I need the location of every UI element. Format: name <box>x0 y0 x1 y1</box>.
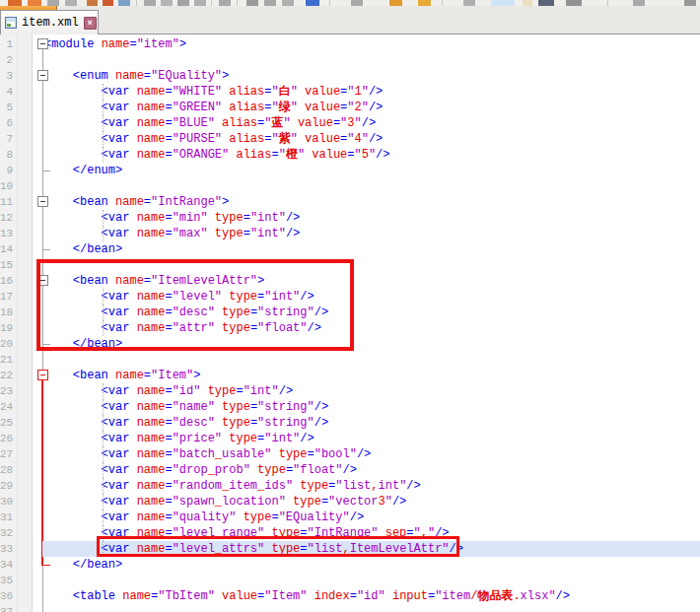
code-token: "random <box>173 479 222 493</box>
code-line[interactable]: 26 <var name="price" type="int"/> <box>0 431 700 446</box>
code-line[interactable]: 28 <var name="drop_prob" type="float"/> <box>0 462 700 478</box>
code-line[interactable]: 8 <var name="ORANGE" alias="橙" value="5"… <box>0 147 700 163</box>
code-line[interactable]: 27 <var name="batch_usable" type="bool"/… <box>0 446 700 462</box>
code-line[interactable]: 16 <bean name="ItemLevelAttr"> <box>0 273 700 289</box>
code-token: name <box>122 589 151 603</box>
code-line[interactable]: 36 <table name="TbItem" value="Item" ind… <box>0 588 700 604</box>
code-line[interactable]: 1<module name="item"> <box>0 36 700 52</box>
line-number: 23 <box>0 383 13 399</box>
code-text: <var name="min" type="int"/> <box>44 210 700 226</box>
code-line[interactable]: 22 <bean name="Item"> <box>0 368 700 383</box>
code-token: </bean> <box>73 242 122 256</box>
code-line[interactable]: 37 <box>0 604 700 612</box>
fold-cell <box>33 305 44 320</box>
fold-cell <box>33 573 44 588</box>
code-line[interactable]: 10 <box>0 178 700 194</box>
code-line[interactable]: 31 <var name="quality" type="EQuality"/> <box>0 510 700 525</box>
fold-cell <box>33 588 44 604</box>
code-line[interactable]: 5 <var name="GREEN" alias="绿" value="2"/… <box>0 100 700 115</box>
code-token: 白 <box>279 85 291 99</box>
fold-cell <box>33 604 44 612</box>
code-token: "drop <box>173 463 208 477</box>
code-token: "ItemLevelAttr" <box>151 274 257 288</box>
line-number: 15 <box>0 257 13 273</box>
code-token: "IntRange" <box>151 195 222 209</box>
code-token: " <box>347 132 354 146</box>
code-line[interactable]: 18 <var name="desc" type="string"/> <box>0 305 700 320</box>
code-line[interactable]: 24 <var name="name" type="string"/> <box>0 399 700 415</box>
code-line[interactable]: 34 </bean> <box>0 557 700 573</box>
fold-cell <box>33 494 44 510</box>
code-token: </enum> <box>73 164 122 177</box>
code-line[interactable]: 14 </bean> <box>0 241 700 257</box>
gutter-spacer <box>13 510 33 525</box>
code-line[interactable]: 6 <var name="BLUE" alias="蓝" value="3"/> <box>0 115 700 131</box>
fold-cell <box>33 289 44 305</box>
code-line[interactable]: 20 </bean> <box>0 336 700 352</box>
code-token: " <box>291 132 298 146</box>
code-token <box>286 495 293 509</box>
fold-collapse-icon[interactable] <box>37 370 48 380</box>
close-icon[interactable]: × <box>84 17 97 30</box>
code-editor[interactable]: 1<module name="item">23 <enum name="EQua… <box>0 34 700 612</box>
code-line[interactable]: 15 <box>0 257 700 273</box>
code-line[interactable]: 11 <bean name="IntRange"> <box>0 194 700 210</box>
code-token: = <box>144 369 151 382</box>
code-text: <var name="level_attrs" type="list,ItemL… <box>44 541 700 557</box>
code-token: /> <box>308 321 321 335</box>
fold-collapse-icon[interactable] <box>37 70 48 81</box>
code-line[interactable]: 33 <var name="level_attrs" type="list,It… <box>0 541 700 557</box>
code-token: = <box>321 495 328 509</box>
code-token: " <box>385 495 392 509</box>
code-line[interactable]: 35 <box>0 573 700 588</box>
fold-collapse-icon[interactable] <box>37 275 48 286</box>
line-number: 2 <box>0 52 13 68</box>
code-token: <var <box>102 290 130 304</box>
code-line[interactable]: 23 <var name="id" type="int"/> <box>0 383 700 399</box>
code-token: = <box>165 85 172 99</box>
code-token: 4 <box>355 132 362 146</box>
code-line[interactable]: 29 <var name="random_item_ids" type="lis… <box>0 478 700 494</box>
code-line[interactable]: 3 <enum name="EQuality"> <box>0 68 700 84</box>
code-line[interactable]: 32 <var name="level_range" type="IntRang… <box>0 525 700 541</box>
fold-collapse-icon[interactable] <box>37 38 48 49</box>
code-line[interactable]: 21 <box>0 352 700 368</box>
code-token <box>44 384 102 398</box>
code-token <box>44 432 102 445</box>
code-line[interactable]: 13 <var name="max" type="int"/> <box>0 226 700 241</box>
code-token: = <box>165 101 172 114</box>
code-token <box>44 416 102 430</box>
code-token <box>308 589 315 603</box>
fold-cell <box>33 368 44 383</box>
code-line[interactable]: 25 <var name="desc" type="string"/> <box>0 415 700 431</box>
code-token <box>44 132 102 146</box>
code-token: value <box>305 132 340 146</box>
fold-collapse-icon[interactable] <box>37 196 48 207</box>
code-token: <var <box>102 321 130 335</box>
code-token: value <box>298 116 333 130</box>
code-token: type <box>229 432 257 445</box>
code-token: _ <box>215 495 222 509</box>
code-line[interactable]: 2 <box>0 52 700 68</box>
code-line[interactable]: 17 <var name="level" type="int"/> <box>0 289 700 305</box>
code-line[interactable]: 7 <var name="PURSE" alias="紫" value="4"/… <box>0 131 700 147</box>
code-token: <enum <box>73 69 108 83</box>
code-token: = <box>165 495 172 509</box>
code-token: = <box>165 321 172 335</box>
code-line[interactable]: 19 <var name="attr" type="float"/> <box>0 320 700 336</box>
indent-guide <box>103 510 104 525</box>
code-token: name <box>137 306 166 319</box>
code-token: type <box>215 211 244 225</box>
code-line[interactable]: 4 <var name="WHITE" alias="白" value="1"/… <box>0 84 700 100</box>
code-token <box>215 321 222 335</box>
code-token: /> <box>376 148 389 162</box>
code-line[interactable]: 9 </enum> <box>0 163 700 178</box>
tab-item-xml[interactable]: item.xml × <box>0 10 99 34</box>
code-token <box>44 211 102 225</box>
code-line[interactable]: 12 <var name="min" type="int"/> <box>0 210 700 226</box>
code-token <box>44 116 102 130</box>
line-number: 21 <box>0 352 13 368</box>
code-text <box>44 604 700 612</box>
gutter-spacer <box>13 131 33 147</box>
code-line[interactable]: 30 <var name="spawn_location" type="vect… <box>0 494 700 510</box>
